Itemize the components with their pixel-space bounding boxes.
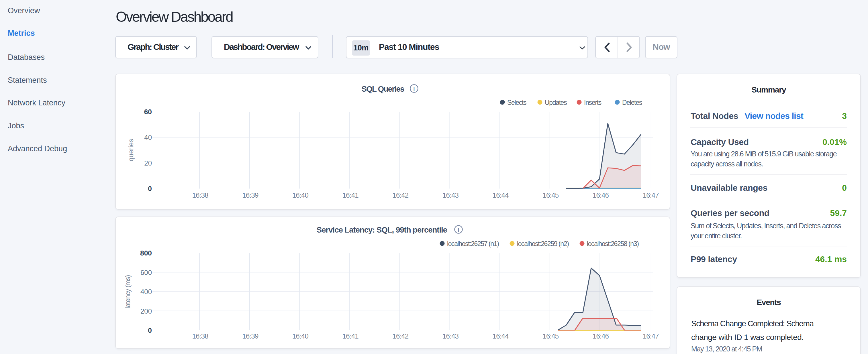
svg-text:16:41: 16:41 bbox=[342, 191, 359, 199]
svg-text:16:40: 16:40 bbox=[292, 332, 309, 340]
svg-text:16:44: 16:44 bbox=[493, 332, 509, 340]
svg-text:16:47: 16:47 bbox=[643, 332, 659, 340]
svg-text:400: 400 bbox=[141, 288, 152, 296]
svg-text:16:39: 16:39 bbox=[242, 332, 258, 340]
svg-text:16:40: 16:40 bbox=[292, 191, 309, 199]
svg-text:SQL Queries: SQL Queries bbox=[362, 85, 405, 93]
svg-text:60: 60 bbox=[144, 108, 152, 116]
svg-text:16:46: 16:46 bbox=[593, 332, 609, 340]
svg-text:i: i bbox=[458, 227, 459, 233]
svg-text:16:38: 16:38 bbox=[192, 332, 209, 340]
svg-text:16:43: 16:43 bbox=[442, 332, 459, 340]
svg-text:Selects: Selects bbox=[507, 99, 526, 106]
svg-text:16:41: 16:41 bbox=[342, 332, 359, 340]
svg-text:16:42: 16:42 bbox=[392, 332, 409, 340]
svg-text:16:38: 16:38 bbox=[192, 191, 209, 199]
svg-text:16:47: 16:47 bbox=[643, 191, 659, 199]
svg-text:Inserts: Inserts bbox=[584, 99, 601, 106]
svg-text:16:44: 16:44 bbox=[493, 191, 509, 199]
svg-text:16:43: 16:43 bbox=[442, 191, 459, 199]
svg-text:800: 800 bbox=[140, 249, 152, 257]
svg-text:20: 20 bbox=[144, 159, 152, 167]
svg-text:600: 600 bbox=[141, 269, 152, 277]
svg-text:localhost:26257 (n1): localhost:26257 (n1) bbox=[447, 240, 499, 248]
svg-text:200: 200 bbox=[141, 307, 152, 315]
svg-text:16:45: 16:45 bbox=[542, 332, 559, 340]
svg-text:16:45: 16:45 bbox=[542, 191, 559, 199]
svg-text:0: 0 bbox=[148, 326, 152, 334]
svg-text:localhost:26259 (n2): localhost:26259 (n2) bbox=[517, 240, 569, 248]
svg-text:i: i bbox=[413, 86, 415, 92]
svg-text:Service Latency: SQL, 99th per: Service Latency: SQL, 99th percentile bbox=[317, 225, 447, 234]
svg-text:latency (ms): latency (ms) bbox=[124, 275, 131, 309]
svg-text:16:39: 16:39 bbox=[242, 191, 258, 199]
svg-text:localhost:26258 (n3): localhost:26258 (n3) bbox=[587, 240, 639, 248]
svg-text:16:42: 16:42 bbox=[392, 191, 409, 199]
svg-text:Deletes: Deletes bbox=[622, 99, 642, 106]
svg-text:0: 0 bbox=[148, 185, 152, 192]
svg-text:16:46: 16:46 bbox=[593, 191, 609, 199]
svg-text:40: 40 bbox=[144, 133, 152, 141]
svg-text:queries: queries bbox=[127, 139, 135, 162]
svg-text:Updates: Updates bbox=[545, 99, 567, 106]
